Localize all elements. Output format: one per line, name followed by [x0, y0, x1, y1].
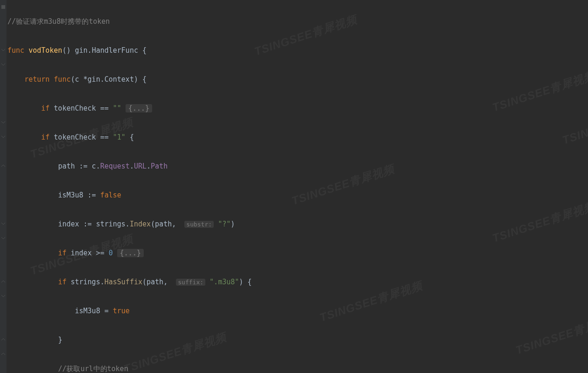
text: tokenCheck == — [49, 133, 112, 141]
type: Context — [105, 75, 134, 84]
text: strings. — [66, 278, 104, 286]
text: path := c. — [58, 162, 100, 170]
function-call: HasSuffix — [105, 278, 142, 286]
text: ) { — [239, 278, 252, 286]
code-editor[interactable]: //验证请求m3u8时携带的token func vodToken() gin.… — [7, 0, 588, 373]
text: (path, — [142, 278, 172, 286]
string: "1" — [113, 133, 126, 141]
keyword: if — [58, 249, 66, 257]
text: () — [62, 46, 75, 55]
text: ) — [231, 220, 235, 228]
parameter-hint: suffix: — [176, 279, 205, 286]
gutter-close-icon[interactable] — [1, 337, 6, 342]
svg-rect-0 — [1, 5, 5, 9]
gutter-close-icon[interactable] — [1, 163, 6, 168]
field: URL — [134, 162, 147, 170]
code-fold[interactable]: {...} — [126, 104, 152, 113]
code-line[interactable]: } — [7, 333, 588, 347]
text: isM3u8 = — [75, 307, 113, 315]
fold-icon[interactable] — [1, 48, 6, 52]
comment: //获取url中的token — [58, 365, 128, 373]
keyword: if — [41, 133, 49, 141]
string: "?" — [218, 220, 231, 228]
function-name: vodToken — [28, 46, 62, 55]
function-call: Index — [130, 220, 151, 228]
parameter-hint: substr: — [184, 221, 214, 228]
string: ".m3u8" — [210, 278, 239, 286]
code-line[interactable]: index := strings.Index(path, substr: "?"… — [7, 217, 588, 232]
keyword: func — [7, 46, 24, 55]
code-line[interactable]: //验证请求m3u8时携带的token — [7, 14, 588, 29]
keyword: false — [100, 191, 121, 199]
text: index := strings. — [58, 220, 130, 228]
fold-icon[interactable] — [1, 236, 6, 240]
text: (path, — [151, 220, 180, 228]
gutter-close-icon[interactable] — [1, 279, 6, 284]
text: { — [138, 46, 147, 55]
package: gin — [75, 46, 88, 55]
text: tokenCheck == — [49, 104, 112, 113]
text: . — [100, 75, 105, 84]
code-line[interactable]: isM3u8 := false — [7, 188, 588, 203]
number: 0 — [109, 249, 113, 257]
fold-icon[interactable] — [1, 120, 6, 125]
code-line[interactable]: //获取url中的token — [7, 362, 588, 373]
code-line[interactable]: if index >= 0 {...} — [7, 246, 588, 260]
text: isM3u8 := — [58, 191, 100, 199]
field: Path — [151, 162, 168, 170]
fold-icon[interactable] — [1, 294, 6, 298]
keyword: return — [24, 75, 49, 84]
fold-icon[interactable] — [1, 134, 6, 139]
text: index >= — [66, 249, 108, 257]
text: ) { — [134, 75, 147, 84]
keyword: if — [58, 278, 66, 286]
code-line[interactable]: return func(c *gin.Context) { — [7, 72, 588, 87]
text: . — [147, 162, 151, 170]
text: . — [130, 162, 134, 170]
keyword: true — [113, 307, 130, 315]
text: { — [126, 133, 134, 141]
keyword: func — [54, 75, 70, 84]
text: } — [58, 336, 62, 344]
field: Request — [100, 162, 130, 170]
fold-icon[interactable] — [1, 62, 6, 67]
code-fold[interactable]: {...} — [117, 249, 144, 257]
package: gin — [88, 75, 100, 84]
text: (c * — [70, 75, 87, 84]
code-line[interactable]: path := c.Request.URL.Path — [7, 159, 588, 174]
code-line[interactable]: isM3u8 = true — [7, 304, 588, 318]
keyword: if — [41, 104, 49, 113]
string: "" — [113, 104, 121, 113]
code-line[interactable]: func vodToken() gin.HandlerFunc { — [7, 43, 588, 58]
gutter-close-icon[interactable] — [1, 352, 6, 356]
text: . — [88, 46, 92, 55]
fold-icon[interactable] — [1, 221, 6, 226]
bookmark-icon — [1, 5, 6, 9]
code-line[interactable]: if strings.HasSuffix(path, suffix: ".m3u… — [7, 275, 588, 289]
code-line[interactable]: if tokenCheck == "1" { — [7, 130, 588, 145]
type: HandlerFunc — [92, 46, 138, 55]
gutter — [0, 0, 7, 373]
code-line[interactable]: if tokenCheck == "" {...} — [7, 101, 588, 116]
comment: //验证请求m3u8时携带的token — [7, 17, 110, 26]
